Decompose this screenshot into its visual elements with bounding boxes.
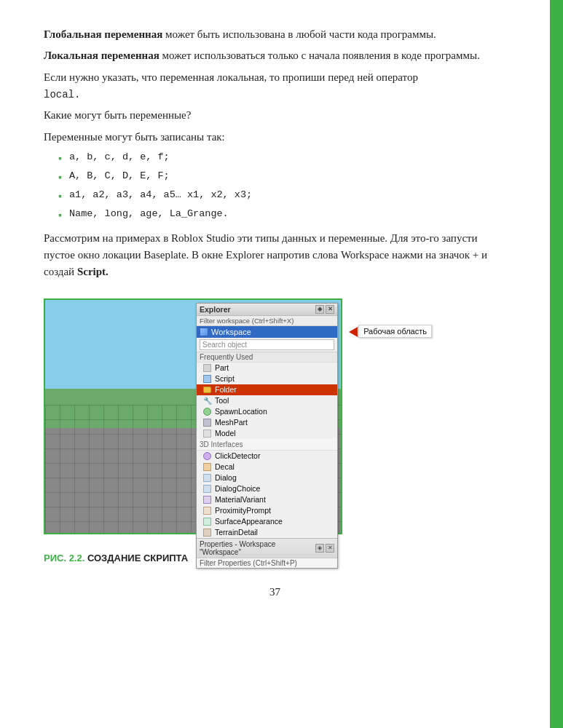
item-spawnlocation[interactable]: SpawnLocation	[197, 406, 337, 417]
props-close-icon[interactable]: ✕	[326, 544, 334, 553]
filter-workspace-bar: Filter workspace (Ctrl+Shift+X)	[197, 316, 337, 326]
titlebar-icons: ◈ ✕	[315, 305, 334, 314]
bullet-text: a1, a2, a3, a4, a5… x1, x2, x3;	[69, 188, 252, 202]
item-part[interactable]: Part	[197, 363, 337, 373]
bold-local: Локальная переменная	[44, 50, 160, 61]
properties-bar: Properties - Workspace "Workspace" ◈ ✕	[197, 538, 337, 558]
green-accent-bar	[550, 0, 563, 728]
page-number: 37	[44, 586, 506, 598]
dialogchoice-icon	[202, 484, 212, 494]
page-content: Глобальная переменная может быть использ…	[0, 0, 563, 625]
variables-list: a, b, c, d, e, f; A, B, C, D, E, F; a1, …	[58, 150, 506, 223]
item-meshpart[interactable]: MeshPart	[197, 417, 337, 428]
explorer-panel: Explorer ◈ ✕ Filter workspace (Ctrl+Shif…	[196, 303, 338, 569]
paragraph-what-vars: Какие могут быть переменные?	[44, 107, 506, 124]
paragraph-roblox-intro: Рассмотрим на примерах в Roblox Studio э…	[44, 230, 506, 281]
item-label: ClickDetector	[215, 451, 260, 460]
figure-image-container: Explorer ◈ ✕ Filter workspace (Ctrl+Shif…	[44, 298, 342, 534]
item-decal[interactable]: Decal	[197, 462, 337, 472]
bold-script: Script.	[77, 266, 109, 277]
workspace-bubble-label: Рабочая область	[358, 325, 432, 338]
explorer-title: Explorer	[200, 305, 231, 314]
text-global-rest: может быть использована в любой части ко…	[162, 28, 436, 40]
red-arrow-icon	[349, 327, 358, 337]
search-placeholder: Search object	[202, 341, 247, 349]
item-tool[interactable]: 🔧 Tool	[197, 395, 337, 406]
bullet-text: Name, long, age, La_Grange.	[69, 207, 229, 221]
list-item: A, B, C, D, E, F;	[58, 169, 506, 185]
properties-label: Properties - Workspace "Workspace"	[200, 540, 315, 556]
search-box[interactable]: Search object	[200, 339, 334, 350]
caption-fig-text: СОЗДАНИЕ СКРИПТА	[84, 553, 188, 563]
spawn-icon	[202, 407, 212, 416]
item-label: DialogChoice	[215, 484, 260, 493]
search-row: Search object	[197, 338, 337, 352]
item-label: MeshPart	[215, 418, 248, 427]
properties-icons: ◈ ✕	[315, 544, 334, 553]
item-dialog[interactable]: Dialog	[197, 472, 337, 483]
script-icon	[202, 374, 212, 384]
dialog-icon	[202, 473, 212, 483]
paragraph-local-var: Локальная переменная может использоватьс…	[44, 47, 506, 64]
close-icon[interactable]: ✕	[326, 305, 334, 314]
item-label: ProximityPrompt	[215, 506, 271, 515]
item-clickdetector[interactable]: ClickDetector	[197, 451, 337, 462]
item-label: MaterialVariant	[215, 495, 266, 504]
click-icon	[202, 451, 212, 461]
list-item: a, b, c, d, e, f;	[58, 150, 506, 166]
3d-interfaces-header: 3D Interfaces	[197, 439, 337, 451]
frequently-used-header: Frequently Used	[197, 352, 337, 363]
item-label: Script	[215, 374, 235, 383]
paragraph-local-operator: Если нужно указать, что переменная локал…	[44, 69, 506, 103]
filter-label: Filter workspace (Ctrl+Shift+X)	[200, 317, 294, 325]
list-item: Name, long, age, La_Grange.	[58, 207, 506, 223]
model-icon	[202, 429, 212, 438]
item-label: SurfaceAppearance	[215, 517, 283, 526]
code-local: local.	[44, 89, 80, 100]
item-proximityprompt[interactable]: ProximityPrompt	[197, 505, 337, 516]
item-dialogchoice[interactable]: DialogChoice	[197, 483, 337, 494]
props-pin-icon[interactable]: ◈	[315, 544, 324, 553]
text-local-op: Если нужно указать, что переменная локал…	[44, 71, 418, 83]
caption-fig-ref: РИС. 2.2.	[44, 553, 84, 563]
item-model[interactable]: Model	[197, 428, 337, 439]
roblox-studio-screenshot: Explorer ◈ ✕ Filter workspace (Ctrl+Shif…	[45, 300, 341, 533]
item-label: TerrainDetail	[215, 528, 258, 537]
text-roblox-intro: Рассмотрим на примерах в Roblox Studio э…	[44, 232, 487, 278]
material-icon	[202, 495, 212, 505]
item-label: Decal	[215, 462, 235, 471]
decal-icon	[202, 462, 212, 472]
workspace-row[interactable]: Workspace Рабочая область	[197, 326, 337, 338]
item-surfaceappearance[interactable]: SurfaceAppearance	[197, 516, 337, 527]
item-label: Tool	[215, 396, 229, 405]
terrain-icon	[202, 528, 212, 537]
workspace-label: Workspace	[211, 328, 251, 336]
properties-filter: Filter Properties (Ctrl+Shift+P)	[197, 558, 337, 568]
list-item: a1, a2, a3, a4, a5… x1, x2, x3;	[58, 188, 506, 204]
proximity-icon	[202, 506, 212, 515]
item-label: Dialog	[215, 473, 237, 482]
workspace-cube-icon	[200, 328, 208, 336]
item-label: SpawnLocation	[215, 407, 267, 416]
mesh-icon	[202, 418, 212, 427]
bullet-text: a, b, c, d, e, f;	[69, 150, 170, 165]
item-folder[interactable]: Folder	[197, 384, 337, 395]
item-label: Folder	[215, 385, 237, 394]
tool-icon: 🔧	[202, 396, 212, 405]
paragraph-global-var: Глобальная переменная может быть использ…	[44, 26, 506, 43]
text-local-rest: может использоваться только с начала поя…	[160, 50, 480, 61]
item-script[interactable]: Script	[197, 373, 337, 384]
folder-icon	[202, 385, 212, 395]
paragraph-vars-written: Переменные могут быть записаны так:	[44, 129, 506, 146]
part-icon	[202, 363, 212, 373]
explorer-titlebar: Explorer ◈ ✕	[197, 304, 337, 316]
item-label: Model	[215, 429, 236, 438]
bullet-text: A, B, C, D, E, F;	[69, 169, 170, 183]
pin-icon[interactable]: ◈	[315, 305, 324, 314]
surface-icon	[202, 517, 212, 526]
item-terraindetail[interactable]: TerrainDetail	[197, 527, 337, 538]
item-label: Part	[215, 363, 229, 372]
item-materialvariant[interactable]: MaterialVariant	[197, 494, 337, 505]
bold-global: Глобальная переменная	[44, 28, 162, 40]
